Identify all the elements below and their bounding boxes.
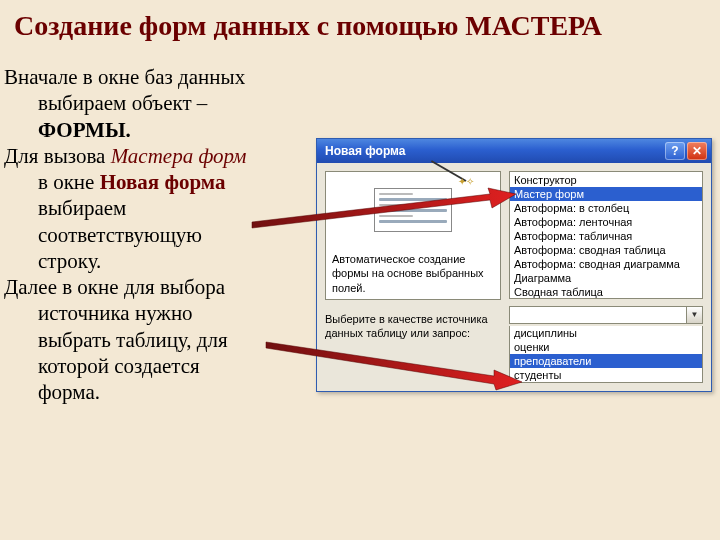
text: форма.	[38, 380, 100, 404]
form-type-option[interactable]: Диаграмма	[510, 271, 702, 285]
source-option[interactable]: преподаватели	[510, 354, 702, 368]
form-type-option[interactable]: Автоформа: табличная	[510, 229, 702, 243]
text-bold: ФОРМЫ.	[38, 118, 131, 142]
form-type-option[interactable]: Мастер форм	[510, 187, 702, 201]
combo-value[interactable]	[510, 307, 686, 323]
close-button[interactable]: ✕	[687, 142, 707, 160]
source-label: Выберите в качестве источника данных таб…	[325, 306, 501, 341]
text: выбираем объект –	[38, 91, 207, 115]
dialog-title: Новая форма	[325, 144, 665, 158]
dialog-body: ✦✧ Автоматическое создание формы на осно…	[317, 163, 711, 391]
source-listbox[interactable]: дисциплиныоценкипреподавателистуденты	[509, 326, 703, 383]
preview-description: Автоматическое создание формы на основе …	[332, 252, 494, 295]
new-form-dialog: Новая форма ? ✕ ✦✧	[316, 138, 712, 392]
text: выбираем	[38, 196, 126, 220]
form-type-option[interactable]: Автоформа: ленточная	[510, 215, 702, 229]
text: Далее в окне для выбора	[4, 275, 225, 299]
text: Вначале в окне баз данных	[4, 65, 245, 89]
form-type-listbox[interactable]: КонструкторМастер формАвтоформа: в столб…	[509, 171, 703, 299]
help-button[interactable]: ?	[665, 142, 685, 160]
source-combobox[interactable]: ▼	[509, 306, 703, 324]
slide-body: Вначале в окне баз данных выбираем объек…	[4, 64, 320, 405]
source-option[interactable]: студенты	[510, 368, 702, 382]
preview-panel: ✦✧ Автоматическое создание формы на осно…	[325, 171, 501, 300]
text: строку.	[38, 249, 101, 273]
form-type-option[interactable]: Автоформа: в столбец	[510, 201, 702, 215]
text: соответствующую	[38, 223, 202, 247]
form-type-option[interactable]: Автоформа: сводная таблица	[510, 243, 702, 257]
text: Для вызова	[4, 144, 111, 168]
text-emphasis: Мастера форм	[111, 144, 247, 168]
text-bold: Новая форма	[100, 170, 226, 194]
text: в окне	[38, 170, 100, 194]
form-type-option[interactable]: Конструктор	[510, 173, 702, 187]
dialog-titlebar[interactable]: Новая форма ? ✕	[317, 139, 711, 163]
text: которой создается	[38, 354, 200, 378]
text: источника нужно	[38, 301, 193, 325]
source-option[interactable]: дисциплины	[510, 326, 702, 340]
wizard-preview-icon: ✦✧	[332, 178, 494, 242]
form-type-option[interactable]: Автоформа: сводная диаграмма	[510, 257, 702, 271]
chevron-down-icon[interactable]: ▼	[686, 307, 702, 323]
slide-title: Создание форм данных с помощью МАСТЕРА	[0, 0, 720, 46]
source-option[interactable]: оценки	[510, 340, 702, 354]
form-type-option[interactable]: Сводная таблица	[510, 285, 702, 299]
text: выбрать таблицу, для	[38, 328, 228, 352]
